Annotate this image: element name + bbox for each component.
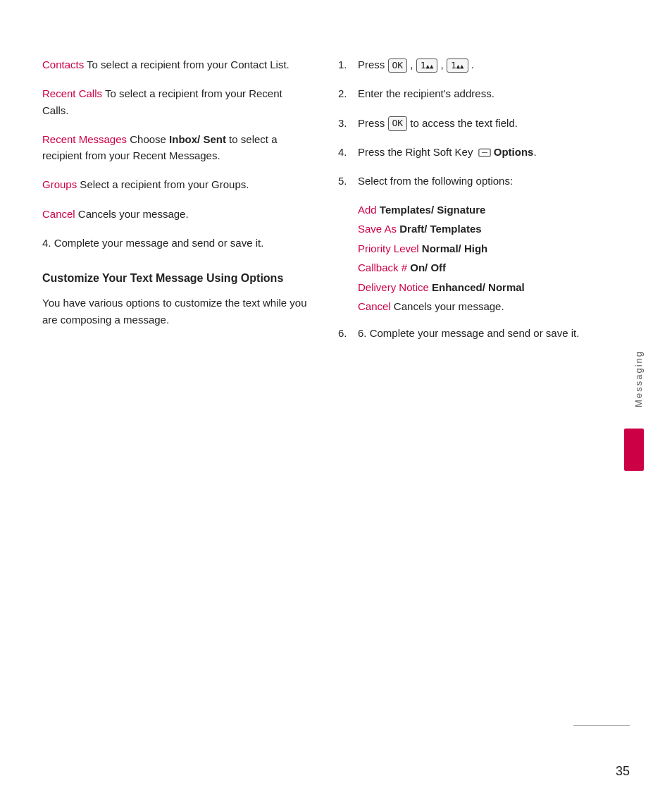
option-add-text: Templates/ Signature — [377, 204, 486, 216]
step6-num: 6. — [338, 325, 355, 341]
sidebar-bar — [624, 429, 644, 471]
step4-text: 4. Complete your message and send or sav… — [42, 237, 263, 249]
options-bold: Options — [494, 146, 534, 158]
step2-num: 2. — [338, 85, 355, 101]
step5-content: Select from the following options: — [358, 173, 586, 189]
step4-left: 4. Complete your message and send or sav… — [42, 235, 310, 251]
customize-heading: Customize Your Text Message Using Option… — [42, 271, 310, 286]
recent-messages-keyword: Recent Messages — [42, 133, 127, 145]
option-callback-keyword: Callback # — [358, 261, 407, 273]
option-priority: Priority Level Normal/ High — [358, 241, 586, 257]
option-delivery-text: Enhanced/ Normal — [429, 281, 525, 293]
page-container: Contacts To select a recipient from your… — [0, 0, 672, 807]
step4-content: Press the Right Soft Key Options. — [358, 144, 586, 160]
main-content: Contacts To select a recipient from your… — [0, 0, 672, 807]
option-cancel-text: Cancels your message. — [391, 300, 504, 312]
contacts-entry: Contacts To select a recipient from your… — [42, 56, 310, 73]
groups-text: Select a recipient from your Groups. — [77, 178, 249, 190]
page-number: 35 — [616, 764, 630, 779]
left-column: Contacts To select a recipient from your… — [42, 56, 310, 765]
right-soft-key-icon — [478, 148, 491, 158]
option-delivery-keyword: Delivery Notice — [358, 281, 429, 293]
step1: 1. Press OK , 1▲▲ , 1▲▲ . — [338, 56, 586, 73]
contacts-text: To select a recipient from your Contact … — [84, 58, 290, 70]
recent-messages-text: Choose — [127, 133, 169, 145]
cancel-text: Cancels your message. — [75, 208, 189, 220]
recent-messages-bold: Inbox/ Sent — [169, 133, 226, 145]
step2: 2. Enter the recipient's address. — [338, 85, 586, 101]
step3-num: 3. — [338, 115, 355, 131]
recent-messages-entry: Recent Messages Choose Inbox/ Sent to se… — [42, 131, 310, 164]
option-callback-text: On/ Off — [407, 261, 446, 273]
btn-1b: 1▲▲ — [447, 58, 468, 73]
recent-calls-keyword: Recent Calls — [42, 87, 102, 99]
option-priority-text: Normal/ High — [419, 242, 488, 254]
sidebar-divider — [573, 725, 630, 726]
step4-right: 4. Press the Right Soft Key Options. — [338, 144, 586, 160]
cancel-keyword: Cancel — [42, 208, 75, 220]
option-add-keyword: Add — [358, 204, 377, 216]
step5: 5. Select from the following options: — [338, 173, 586, 189]
option-saveas-text: Draft/ Templates — [397, 223, 482, 235]
option-delivery: Delivery Notice Enhanced/ Normal — [358, 280, 586, 296]
option-callback: Callback # On/ Off — [358, 260, 586, 276]
groups-entry: Groups Select a recipient from your Grou… — [42, 176, 310, 192]
right-column: 1. Press OK , 1▲▲ , 1▲▲ . 2. Enter the r… — [338, 56, 586, 765]
options-list: Add Templates/ Signature Save As Draft/ … — [358, 202, 586, 315]
sidebar: Messaging — [614, 56, 644, 765]
step6-content: 6. Complete your message and send or sav… — [358, 325, 586, 341]
option-saveas: Save As Draft/ Templates — [358, 221, 586, 238]
option-cancel-keyword: Cancel — [358, 300, 391, 312]
ok-button-2: OK — [388, 116, 408, 131]
contacts-keyword: Contacts — [42, 58, 84, 70]
step1-content: Press OK , 1▲▲ , 1▲▲ . — [358, 56, 586, 73]
step6: 6. 6. Complete your message and send or … — [338, 325, 586, 341]
option-saveas-keyword: Save As — [358, 223, 397, 235]
option-priority-keyword: Priority Level — [358, 242, 419, 254]
heading-text: Customize Your Text Message Using Option… — [42, 271, 310, 286]
recent-calls-entry: Recent Calls To select a recipient from … — [42, 85, 310, 118]
step2-content: Enter the recipient's address. — [358, 85, 586, 101]
ok-button-1: OK — [388, 58, 408, 73]
step5-num: 5. — [338, 173, 355, 189]
option-add: Add Templates/ Signature — [358, 202, 586, 218]
btn-1a: 1▲▲ — [416, 58, 438, 73]
step1-num: 1. — [338, 56, 355, 73]
option-cancel: Cancel Cancels your message. — [358, 299, 586, 315]
body-paragraph: You have various options to customize th… — [42, 295, 310, 328]
step4-num: 4. — [338, 144, 355, 160]
cancel-entry: Cancel Cancels your message. — [42, 206, 310, 222]
step3: 3. Press OK to access the text field. — [338, 115, 586, 131]
step3-content: Press OK to access the text field. — [358, 115, 586, 131]
groups-keyword: Groups — [42, 178, 77, 190]
sidebar-label: Messaging — [633, 350, 644, 407]
